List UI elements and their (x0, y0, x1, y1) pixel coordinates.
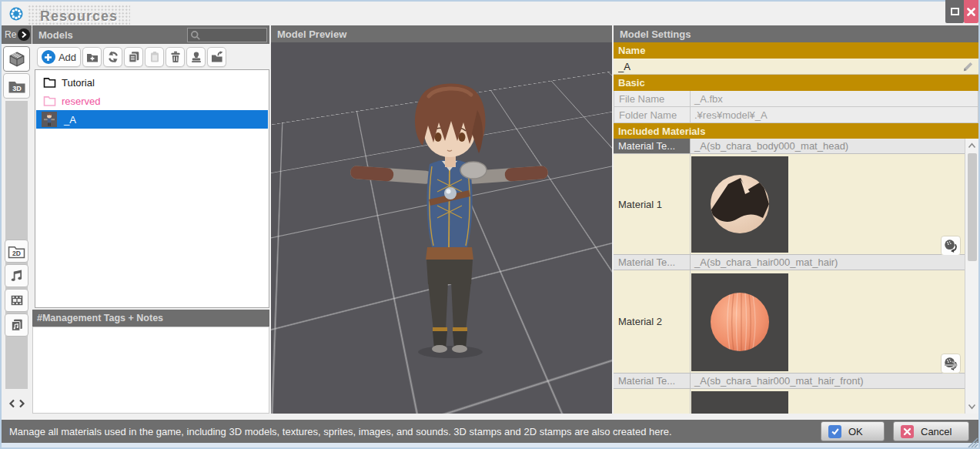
reload-button[interactable] (103, 47, 122, 67)
next-arrow-icon[interactable] (944, 360, 958, 370)
chevron-up-icon (968, 142, 976, 149)
material-label: Material 2 (614, 270, 691, 373)
paste-button[interactable] (145, 47, 164, 67)
stamp-icon (190, 51, 202, 63)
tree-item-label: _A (64, 114, 76, 126)
delete-button[interactable] (166, 47, 185, 67)
scrollbar-thumb[interactable] (968, 153, 977, 261)
export-button[interactable] (207, 47, 226, 67)
material-label: Material 1 (614, 154, 691, 254)
search-icon (190, 30, 201, 41)
nav-next-button[interactable] (18, 399, 25, 408)
materials-section-header: Included Materials (614, 123, 978, 139)
rail-header: Re (2, 25, 32, 44)
new-folder-button[interactable] (82, 47, 102, 67)
check-icon (828, 425, 841, 438)
materials-scrollbar[interactable] (965, 139, 978, 414)
material-texture-label: Material Te... (614, 139, 691, 153)
rail-header-label: Re (5, 29, 16, 40)
tree-item-a[interactable]: _A (36, 110, 268, 129)
tags-header: #Management Tags + Notes (32, 310, 269, 327)
copy-icon (128, 51, 140, 63)
scroll-up-button[interactable] (965, 139, 978, 152)
window-bottom-frame (2, 443, 978, 447)
material-texture-label: Material Te... (614, 255, 691, 270)
folder-name-label: Folder Name (614, 107, 691, 123)
chevron-down-icon (968, 404, 976, 410)
file-name-row: File Name _A.fbx (614, 91, 978, 107)
sidebar-item-2d-images[interactable]: 2D (5, 240, 28, 263)
material-texture-value[interactable]: _A(sb_chara_hair000_mat_hair) (691, 255, 965, 270)
ok-button[interactable]: OK (821, 421, 885, 441)
add-button[interactable]: Add (37, 47, 81, 67)
tree-item-reserved[interactable]: reserved (36, 92, 268, 110)
material-2-preview[interactable] (691, 273, 788, 371)
basic-section-label: Basic (618, 77, 645, 89)
search-input[interactable] (201, 30, 263, 41)
resources-window: Resources Re 3D (0, 0, 980, 449)
rail-nav (3, 395, 31, 412)
folder-plus-icon (86, 51, 99, 63)
maximize-button[interactable] (945, 0, 964, 23)
models-panel-title: Models (38, 29, 73, 41)
character-model (271, 42, 612, 414)
status-message: Manage all materials used in the game, i… (2, 426, 672, 437)
settings-panel-header: Model Settings (614, 25, 978, 42)
3d-folder-label: 3D (12, 84, 22, 92)
cancel-button[interactable]: Cancel (893, 421, 969, 441)
resize-grip[interactable] (967, 437, 978, 447)
material-row-2: Material 2 (614, 270, 965, 374)
name-input[interactable] (614, 61, 962, 72)
name-field-row (614, 59, 978, 75)
model-preview-viewport[interactable] (271, 42, 612, 414)
sidebar-item-sounds[interactable] (5, 264, 28, 287)
edit-pencil-icon[interactable] (962, 61, 974, 72)
materials-section-label: Included Materials (618, 126, 705, 137)
search-box (187, 28, 267, 42)
material-3-preview[interactable] (691, 391, 788, 414)
material-1-preview[interactable] (691, 156, 788, 253)
material-label (614, 389, 691, 414)
sidebar-item-se[interactable] (5, 313, 28, 337)
material-texture-value[interactable]: _A(sb_chara_hair000_mat_hair_front) (691, 374, 965, 388)
film-strip-icon (10, 293, 24, 307)
cross-icon (901, 425, 914, 438)
preview-panel-title: Model Preview (277, 28, 346, 40)
plus-icon (42, 50, 55, 64)
app-icon (9, 7, 23, 21)
copy-button[interactable] (124, 47, 143, 67)
sidebar-item-3d-models[interactable]: 3D (3, 73, 30, 99)
nav-prev-button[interactable] (8, 399, 15, 408)
tree-item-label: reserved (62, 95, 101, 107)
sidebar-item-movies[interactable] (5, 289, 28, 312)
material-texture-value[interactable]: _A(sb_chara_body000_mat_head) (691, 139, 965, 153)
materials-list: Material Te... _A(sb_chara_body000_mat_h… (614, 139, 965, 414)
maximize-icon (951, 8, 959, 15)
replace-texture-button[interactable] (941, 236, 961, 256)
basic-section-header: Basic (614, 75, 978, 91)
name-section-header: Name (614, 42, 978, 59)
folder-icon (43, 77, 56, 88)
media-note-icon (10, 318, 24, 332)
material-row-1: Material 1 (614, 154, 965, 255)
trash-icon (169, 51, 182, 63)
2d-folder-icon: 2D (8, 244, 25, 259)
material-texture-row: Material Te... _A(sb_chara_body000_mat_h… (614, 139, 965, 154)
tags-header-label: #Management Tags + Notes (37, 313, 163, 323)
paste-icon (149, 51, 161, 63)
cube-icon (8, 51, 25, 68)
ok-button-label: OK (848, 426, 863, 437)
tags-notes-area[interactable] (32, 327, 269, 414)
folder-name-row: Folder Name .¥res¥model¥_A (614, 107, 978, 123)
scroll-down-button[interactable] (965, 400, 978, 413)
close-button[interactable] (964, 0, 978, 23)
replace-texture-icon (943, 238, 958, 253)
models-tree: Tutorial reserved _A (35, 69, 269, 308)
export-folder-icon (211, 51, 223, 63)
rail-expand-button[interactable] (18, 28, 30, 41)
tree-item-tutorial[interactable]: Tutorial (36, 73, 268, 92)
stamp-button[interactable] (186, 47, 206, 67)
file-name-label: File Name (614, 91, 691, 107)
material-texture-row: Material Te... _A(sb_chara_hair000_mat_h… (614, 374, 965, 389)
sidebar-item-3d-stamps[interactable] (3, 46, 30, 72)
